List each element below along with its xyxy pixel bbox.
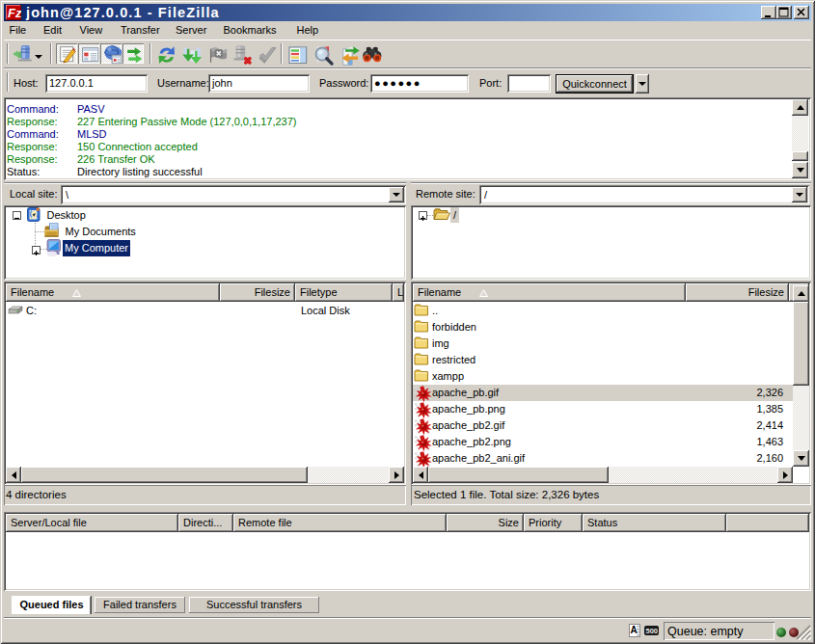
svg-text:A: A [631, 625, 638, 635]
svg-text:Fz: Fz [8, 6, 21, 20]
svg-text:500: 500 [646, 627, 659, 635]
